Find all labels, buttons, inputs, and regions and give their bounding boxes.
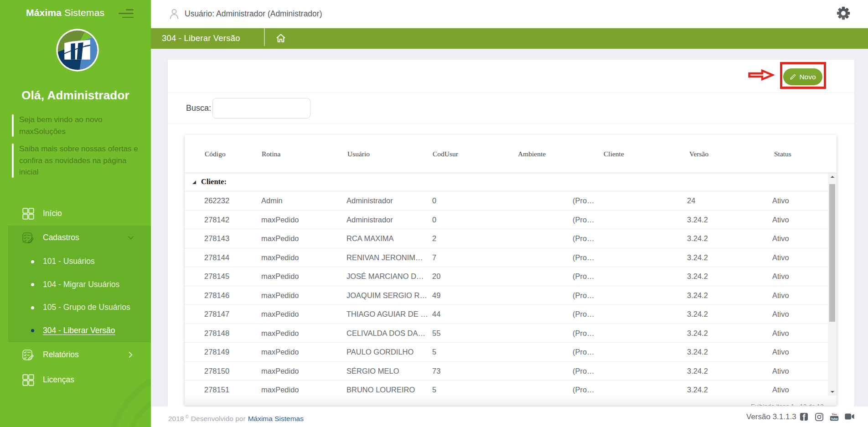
hamburger-icon[interactable] <box>118 9 134 19</box>
column-header-cliente[interactable]: Cliente <box>604 135 624 173</box>
cell-rotina: maxPedido <box>261 286 299 305</box>
cell-codusur: 5 <box>432 343 436 361</box>
column-header-usuario[interactable]: Usuário <box>347 135 370 173</box>
video-camera-icon[interactable] <box>845 413 854 420</box>
cell-codusur: 5 <box>432 381 436 396</box>
table-row[interactable]: 278149maxPedidoPAULO GORDILHO5(Pro…3.24.… <box>185 343 828 362</box>
cell-cliente: (Pro… <box>573 191 594 210</box>
sidebar-item-105-grupo-de-usuarios[interactable]: 105 - Grupo de Usuários <box>8 296 151 319</box>
cell-rotina: maxPedido <box>261 362 299 381</box>
cell-codusur: 73 <box>432 362 440 381</box>
footer: 2018©Desenvolvido porMáxima Sistemas Ver… <box>151 406 868 427</box>
app-window: MáximaSistemas Olá, Administrador Seja b… <box>0 0 868 427</box>
search-label: Busca: <box>186 103 211 113</box>
instagram-icon[interactable] <box>815 413 823 421</box>
table-row[interactable]: 262232AdminAdministrador0(Pro…24Ativo <box>185 191 828 211</box>
column-header-ambiente[interactable]: Ambiente <box>518 135 546 173</box>
column-header-codusur[interactable]: CodUsur <box>433 135 458 173</box>
bullet-icon <box>31 260 34 263</box>
youtube-icon[interactable]: You Tube <box>830 413 839 421</box>
cell-usuário: JOSÉ MARCIANO D… <box>346 267 424 286</box>
scroll-up-icon[interactable] <box>828 173 837 181</box>
table-row[interactable]: 278150maxPedidoSÉRGIO MELO73(Pro…3.24.2A… <box>185 362 828 381</box>
person-icon <box>170 9 179 19</box>
maxima-m-logo <box>55 28 100 72</box>
cell-cliente: (Pro… <box>573 381 594 396</box>
cell-status: Ativo <box>772 286 789 305</box>
cell-rotina: maxPedido <box>261 381 299 396</box>
clipboard-pencil-icon <box>22 232 34 244</box>
svg-text:Tube: Tube <box>831 417 838 420</box>
cell-usuário: CELIVALDA DOS DA… <box>346 324 425 343</box>
panel-divider <box>168 123 854 124</box>
annotation-arrow-icon <box>748 69 775 81</box>
cell-código: 278143 <box>204 229 229 248</box>
pager-info: Exibindo itens 1 - 12 de 12 <box>751 403 824 406</box>
cell-versão: 24 <box>687 191 695 210</box>
cell-rotina: maxPedido <box>261 211 299 229</box>
cell-status: Ativo <box>772 381 789 396</box>
gear-icon[interactable] <box>837 6 850 20</box>
cell-cliente: (Pro… <box>573 324 594 343</box>
group-row[interactable]: Cliente: <box>185 173 828 191</box>
sidebar-item-104-migrar-usuarios[interactable]: 104 - Migrar Usuários <box>8 273 151 297</box>
cell-versão: 3.24.2 <box>687 305 708 324</box>
sidebar-item-label: 101 - Usuários <box>43 257 95 266</box>
table-row[interactable]: 278151maxPedidoBRUNO LOUREIRO5(Pro…3.24.… <box>185 381 828 396</box>
column-header-rotina[interactable]: Rotina <box>262 135 280 173</box>
cell-codusur: 44 <box>432 305 440 324</box>
page-title: 304 - Liberar Versão <box>162 28 240 48</box>
copyright-symbol: © <box>185 414 188 419</box>
cell-usuário: PAULO GORDILHO <box>346 343 413 361</box>
table-row[interactable]: 278145maxPedidoJOSÉ MARCIANO D…20(Pro…3.… <box>185 267 828 286</box>
vertical-scrollbar[interactable] <box>828 173 837 396</box>
cell-usuário: RENIVAN JERONIM… <box>346 248 423 267</box>
sidebar-item-inicio[interactable]: Início <box>0 201 151 226</box>
column-header-versao[interactable]: Versão <box>689 135 708 173</box>
cell-codusur: 20 <box>432 267 440 286</box>
sidebar-item-label: 304 - Liberar Versão <box>43 326 115 335</box>
home-icon[interactable] <box>276 33 286 43</box>
column-header-codigo[interactable]: Código <box>205 135 226 173</box>
cell-rotina: maxPedido <box>261 248 299 267</box>
sidebar-item-cadastros[interactable]: Cadastros <box>8 226 151 250</box>
cell-status: Ativo <box>772 362 789 381</box>
table-row[interactable]: 278143maxPedidoRCA MAXIMA2(Pro…3.24.2Ati… <box>185 229 828 248</box>
sidebar-item-relatorios[interactable]: Relatórios <box>0 342 151 367</box>
company-link[interactable]: Máxima Sistemas <box>248 415 304 422</box>
cell-status: Ativo <box>772 211 789 229</box>
cell-código: 278145 <box>204 267 229 286</box>
scroll-down-icon[interactable] <box>828 388 837 396</box>
cell-código: 278148 <box>204 324 229 343</box>
table-row[interactable]: 278146maxPedidoJOAQUIM SERGIO R…49(Pro…3… <box>185 286 828 305</box>
table-row[interactable]: 278147maxPedidoTHIAGO AGUIAR DE …44(Pro…… <box>185 305 828 324</box>
sidebar-item-licencas[interactable]: Licenças <box>0 367 151 392</box>
brand-light: Sistemas <box>64 7 104 18</box>
table-row[interactable]: 278142maxPedidoAdministrador0(Pro…3.24.2… <box>185 211 828 230</box>
cell-codusur: 0 <box>432 211 436 229</box>
cell-código: 278146 <box>204 286 229 305</box>
sidebar-item-label: 105 - Grupo de Usuários <box>43 303 130 312</box>
cell-versão: 3.24.2 <box>687 267 708 286</box>
sidebar-item-304-liberar-versao[interactable]: 304 - Liberar Versão <box>8 319 151 343</box>
sidebar-item-101-usuarios[interactable]: 101 - Usuários <box>8 250 151 273</box>
greeting: Olá, Administrador <box>0 88 151 103</box>
grid-header: Código Rotina Usuário CodUsur Ambiente C… <box>185 135 837 173</box>
welcome-message: Seja bem vindo ao novo maxSoluções <box>19 114 119 137</box>
cell-rotina: Admin <box>261 191 283 210</box>
table-row[interactable]: 278144maxPedidoRENIVAN JERONIM…7(Pro…3.2… <box>185 248 828 268</box>
search-input[interactable] <box>212 98 310 118</box>
pager-strip: Exibindo itens 1 - 12 de 12 <box>185 396 837 406</box>
table-row[interactable]: 278148maxPedidoCELIVALDA DOS DA…55(Pro…3… <box>185 324 828 343</box>
facebook-icon[interactable] <box>800 413 808 421</box>
bullet-icon <box>31 306 34 309</box>
cell-cliente: (Pro… <box>573 286 594 305</box>
column-header-status[interactable]: Status <box>774 135 791 173</box>
group-label: Cliente: <box>201 173 227 190</box>
scrollbar-thumb[interactable] <box>829 184 835 322</box>
sidebar-group-cadastros: Cadastros 101 - Usuários 104 - Migrar Us… <box>8 226 151 342</box>
brand-logo-text[interactable]: MáximaSistemas <box>26 7 104 18</box>
breadcrumb-divider <box>264 28 265 46</box>
topbar: Usuário: Administrador (Administrador) <box>151 0 868 28</box>
group-collapse-icon[interactable] <box>192 180 196 184</box>
